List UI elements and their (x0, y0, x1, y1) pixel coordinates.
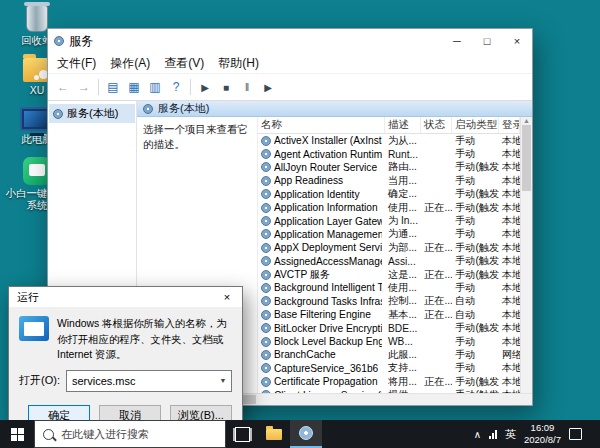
column-header-logon-as[interactable]: 登录为 (499, 117, 520, 133)
notification-center-icon[interactable] (569, 428, 582, 440)
column-header-startup-type[interactable]: 启动类型 (452, 117, 499, 133)
show-tree-icon[interactable]: ▤ (103, 77, 123, 97)
service-name: AVCTP 服务 (274, 268, 330, 282)
restart-service-icon[interactable]: ▶ (258, 77, 278, 97)
menu-item[interactable]: 查看(V) (157, 53, 211, 74)
services-titlebar[interactable]: 服务 ─ □ × (48, 29, 532, 53)
service-row[interactable]: Application Management 为通... 手动 本地系统 (258, 228, 520, 241)
service-description: 使用... (385, 281, 421, 295)
service-row[interactable]: Application Layer Gateway... 为 In... 手动 … (258, 214, 520, 227)
service-row[interactable]: CaptureService_361b6 支持... 手动 本地系统 (258, 362, 520, 375)
taskbar-clock[interactable]: 16:09 2020/8/7 (524, 422, 561, 447)
services-taskbar-button[interactable] (290, 420, 322, 448)
service-row[interactable]: App Readiness 当用... 手动 本地系统 (258, 174, 520, 187)
service-row[interactable]: Base Filtering Engine 基本... 正在... 自动 本地服… (258, 308, 520, 321)
run-titlebar[interactable]: 运行 × (9, 287, 242, 307)
service-startup-type: 手动(触发... (452, 160, 499, 174)
scrollbar-thumb[interactable] (522, 125, 531, 191)
menu-item[interactable]: 操作(A) (103, 53, 157, 74)
open-combobox[interactable]: services.msc ▼ (66, 370, 232, 392)
service-name: CaptureService_361b6 (274, 363, 378, 374)
service-row[interactable]: Block Level Backup Engi... WB... 手动 本地系统 (258, 335, 520, 348)
service-name: BranchCache (274, 349, 336, 360)
start-button[interactable] (0, 420, 34, 448)
toolbar-separator[interactable] (190, 79, 191, 95)
pane-header-label: 服务(本地) (158, 101, 209, 116)
service-row[interactable]: Agent Activation Runtime... Runt... 手动 本… (258, 147, 520, 160)
service-row[interactable]: Certificate Propagation 将用... 正在... 手动(触… (258, 375, 520, 388)
help-icon[interactable]: ? (166, 77, 186, 97)
scroll-up-icon[interactable]: ▲ (523, 117, 530, 124)
service-startup-type: 手动 (452, 281, 499, 295)
network-icon[interactable] (489, 430, 497, 439)
service-row[interactable]: ActiveX Installer (AxInstSV) 为从... 手动 本地… (258, 134, 520, 147)
service-name: Background Tasks Infras... (274, 296, 382, 307)
service-row[interactable]: Background Intelligent T... 使用... 手动 本地系… (258, 281, 520, 294)
service-description: 确定... (385, 187, 421, 201)
vertical-scrollbar[interactable]: ▲ (520, 117, 532, 393)
export-list-icon[interactable]: ▥ (145, 77, 165, 97)
pause-service-icon[interactable]: ‖ (237, 77, 257, 97)
service-row[interactable]: Application Information 使用... 正在... 手动(触… (258, 201, 520, 214)
service-gear-icon (261, 229, 271, 239)
icon-label: XU (30, 84, 45, 97)
service-logon-as: 本地系统 (499, 361, 520, 375)
service-startup-type: 手动(触发... (452, 268, 499, 282)
service-row[interactable]: AllJoyn Router Service 路由... 手动(触发... 本地… (258, 161, 520, 174)
service-description: 当用... (385, 174, 421, 188)
minimize-button[interactable]: ─ (442, 29, 472, 53)
service-row[interactable]: BitLocker Drive Encryptio... BDE... 手动(触… (258, 321, 520, 334)
service-description: 此服... (385, 348, 421, 362)
column-header-description[interactable]: 描述 (385, 117, 421, 133)
task-view-button[interactable] (226, 420, 258, 448)
service-row[interactable]: AppX Deployment Service... 为部... 正在... 手… (258, 241, 520, 254)
service-gear-icon (261, 296, 271, 306)
tree-item-label: 服务(本地) (67, 106, 118, 121)
service-startup-type: 手动 (452, 348, 499, 362)
close-button[interactable]: × (502, 29, 532, 53)
column-header-status[interactable]: 状态 (421, 117, 452, 133)
service-rows: ActiveX Installer (AxInstSV) 为从... 手动 本地… (258, 134, 520, 393)
table-header: 名称 描述 状态 启动类型 登录为 (258, 117, 520, 134)
toolbar: ←→▤▦▥?▶■‖▶ (48, 74, 532, 101)
chevron-down-icon[interactable]: ▼ (215, 371, 231, 391)
tree-item-services-local[interactable]: 服务(本地) (49, 104, 135, 123)
back-icon[interactable]: ← (53, 77, 73, 97)
service-row[interactable]: Background Tasks Infras... 控制... 正在... 自… (258, 295, 520, 308)
forward-icon[interactable]: → (74, 77, 94, 97)
service-row[interactable]: BranchCache 此服... 手动 网络服务 (258, 348, 520, 361)
start-service-icon[interactable]: ▶ (195, 77, 215, 97)
window-title: 服务 (69, 33, 93, 50)
hidden-icons-chevron-icon[interactable]: ∧ (474, 429, 481, 440)
file-explorer-icon (266, 429, 282, 440)
service-row[interactable]: AVCTP 服务 这是... 正在... 手动(触发... 本地服务 (258, 268, 520, 281)
service-startup-type: 手动 (452, 361, 499, 375)
menu-item[interactable]: 帮助(H) (211, 53, 266, 74)
column-header-name[interactable]: 名称 (258, 117, 385, 133)
service-name: Application Information (274, 202, 378, 213)
service-logon-as: 本地系统 (499, 254, 520, 268)
service-startup-type: 手动(触发... (452, 375, 499, 389)
service-logon-as: 本地系统 (499, 227, 520, 241)
file-explorer-button[interactable] (258, 420, 290, 448)
service-name: Certificate Propagation (274, 376, 378, 387)
service-startup-type: 自动 (452, 308, 499, 322)
service-startup-type: 手动 (452, 174, 499, 188)
service-row[interactable]: Application Identity 确定... 手动(触发... 本地服务 (258, 188, 520, 201)
stop-service-icon[interactable]: ■ (216, 77, 236, 97)
service-startup-type: 手动 (452, 335, 499, 349)
search-placeholder: 在此键入进行搜索 (61, 427, 149, 442)
maximize-button[interactable]: □ (472, 29, 502, 53)
properties-icon[interactable]: ▦ (124, 77, 144, 97)
open-value: services.msc (72, 375, 136, 387)
service-description: 基本... (385, 308, 421, 322)
close-icon[interactable]: × (212, 287, 242, 307)
menu-item[interactable]: 文件(F) (50, 53, 103, 74)
service-row[interactable]: AssignedAccessManager... Assi... 手动(触发..… (258, 255, 520, 268)
ime-indicator[interactable]: 英 (505, 427, 516, 442)
service-logon-as: 本地系统 (499, 375, 520, 389)
toolbar-separator[interactable] (98, 79, 99, 95)
service-gear-icon (261, 176, 271, 186)
taskbar-search[interactable]: 在此键入进行搜索 (34, 420, 226, 448)
service-gear-icon (261, 136, 271, 146)
